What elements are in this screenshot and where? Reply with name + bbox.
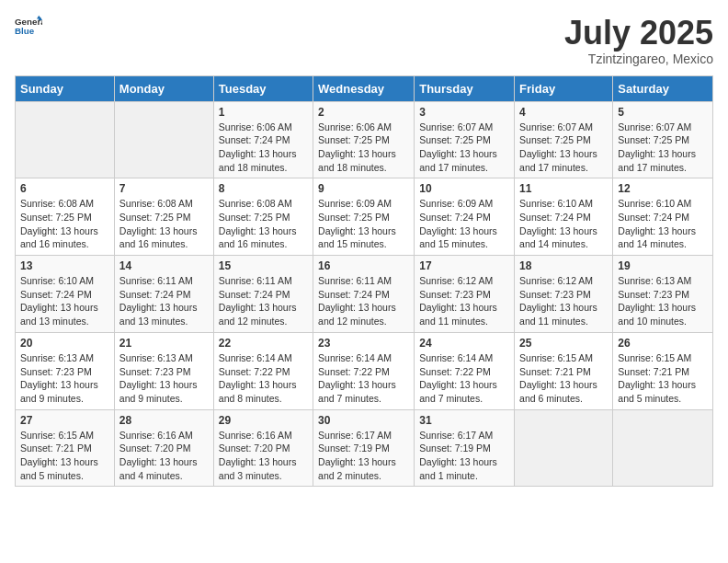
sunset-text: Sunset: 7:23 PM [119,366,191,377]
daylight-text: Daylight: 13 hours and 11 minutes. [519,302,597,327]
daylight-text: Daylight: 13 hours and 6 minutes. [519,379,597,404]
day-info: Sunrise: 6:17 AMSunset: 7:19 PMDaylight:… [318,429,409,483]
sunset-text: Sunset: 7:24 PM [419,212,491,223]
weekday-header-thursday: Thursday [415,75,515,101]
sunrise-text: Sunrise: 6:10 AM [519,198,593,209]
sunrise-text: Sunrise: 6:08 AM [219,198,292,209]
daylight-text: Daylight: 13 hours and 17 minutes. [519,148,597,173]
calendar-cell: 24Sunrise: 6:14 AMSunset: 7:22 PMDayligh… [415,332,515,409]
calendar-cell: 2Sunrise: 6:06 AMSunset: 7:25 PMDaylight… [313,101,415,178]
day-number: 30 [318,414,409,427]
calendar-cell: 29Sunrise: 6:16 AMSunset: 7:20 PMDayligh… [213,409,313,487]
day-info: Sunrise: 6:08 AMSunset: 7:25 PMDaylight:… [219,197,308,251]
calendar-cell: 17Sunrise: 6:12 AMSunset: 7:23 PMDayligh… [415,256,515,333]
sunset-text: Sunset: 7:21 PM [519,366,591,377]
sunset-text: Sunset: 7:19 PM [318,442,390,454]
sunrise-text: Sunrise: 6:16 AM [119,430,193,441]
day-info: Sunrise: 6:17 AMSunset: 7:19 PMDaylight:… [419,429,509,483]
logo-icon: General Blue [15,15,42,37]
weekday-header-tuesday: Tuesday [213,75,313,101]
weekday-header-sunday: Sunday [16,75,115,101]
day-info: Sunrise: 6:10 AMSunset: 7:24 PMDaylight:… [519,197,608,251]
sunset-text: Sunset: 7:25 PM [318,134,390,145]
sunrise-text: Sunrise: 6:09 AM [318,198,392,209]
sunrise-text: Sunrise: 6:15 AM [618,352,691,363]
day-info: Sunrise: 6:15 AMSunset: 7:21 PMDaylight:… [519,351,608,406]
daylight-text: Daylight: 13 hours and 13 minutes. [119,302,198,327]
sunrise-text: Sunrise: 6:15 AM [20,430,94,441]
sunset-text: Sunset: 7:25 PM [318,212,390,223]
day-number: 11 [519,182,608,195]
daylight-text: Daylight: 13 hours and 1 minute. [419,456,497,481]
day-number: 25 [519,337,608,350]
day-number: 31 [419,414,509,427]
sunset-text: Sunset: 7:20 PM [219,442,290,454]
day-info: Sunrise: 6:07 AMSunset: 7:25 PMDaylight:… [618,121,708,175]
daylight-text: Daylight: 13 hours and 16 minutes. [20,225,98,250]
calendar-cell: 25Sunrise: 6:15 AMSunset: 7:21 PMDayligh… [515,332,613,409]
sunset-text: Sunset: 7:22 PM [318,366,390,377]
sunset-text: Sunset: 7:25 PM [20,212,92,223]
daylight-text: Daylight: 13 hours and 12 minutes. [219,302,297,327]
daylight-text: Daylight: 13 hours and 14 minutes. [519,225,597,250]
day-number: 9 [318,182,409,195]
daylight-text: Daylight: 13 hours and 10 minutes. [618,302,696,327]
calendar-cell: 6Sunrise: 6:08 AMSunset: 7:25 PMDaylight… [16,178,115,256]
calendar-cell: 7Sunrise: 6:08 AMSunset: 7:25 PMDaylight… [114,178,213,256]
calendar-cell [114,101,213,178]
daylight-text: Daylight: 13 hours and 15 minutes. [419,225,497,250]
calendar-table: SundayMondayTuesdayWednesdayThursdayFrid… [15,75,713,488]
day-number: 17 [419,259,509,272]
day-info: Sunrise: 6:09 AMSunset: 7:24 PMDaylight:… [419,197,509,251]
day-info: Sunrise: 6:11 AMSunset: 7:24 PMDaylight:… [219,274,308,328]
calendar-cell: 16Sunrise: 6:11 AMSunset: 7:24 PMDayligh… [313,256,415,333]
day-number: 3 [419,106,509,119]
day-info: Sunrise: 6:16 AMSunset: 7:20 PMDaylight:… [119,429,209,483]
logo: General Blue [15,15,42,37]
day-number: 28 [119,414,209,427]
day-info: Sunrise: 6:15 AMSunset: 7:21 PMDaylight:… [20,429,109,483]
calendar-cell: 13Sunrise: 6:10 AMSunset: 7:24 PMDayligh… [16,256,115,333]
day-info: Sunrise: 6:07 AMSunset: 7:25 PMDaylight:… [419,121,509,175]
daylight-text: Daylight: 13 hours and 2 minutes. [318,456,396,481]
calendar-cell: 5Sunrise: 6:07 AMSunset: 7:25 PMDaylight… [613,101,713,178]
month-title: July 2025 [564,15,713,52]
daylight-text: Daylight: 13 hours and 17 minutes. [419,148,497,173]
daylight-text: Daylight: 13 hours and 18 minutes. [318,148,396,173]
day-number: 19 [618,259,708,272]
daylight-text: Daylight: 13 hours and 12 minutes. [318,302,396,327]
day-number: 12 [618,182,708,195]
daylight-text: Daylight: 13 hours and 9 minutes. [119,379,198,404]
day-number: 7 [119,182,209,195]
calendar-cell: 26Sunrise: 6:15 AMSunset: 7:21 PMDayligh… [613,332,713,409]
calendar-cell [16,101,115,178]
daylight-text: Daylight: 13 hours and 3 minutes. [219,456,297,481]
calendar-cell: 1Sunrise: 6:06 AMSunset: 7:24 PMDaylight… [213,101,313,178]
daylight-text: Daylight: 13 hours and 4 minutes. [119,456,198,481]
day-info: Sunrise: 6:15 AMSunset: 7:21 PMDaylight:… [618,351,708,406]
day-info: Sunrise: 6:13 AMSunset: 7:23 PMDaylight:… [20,351,109,406]
calendar-cell: 30Sunrise: 6:17 AMSunset: 7:19 PMDayligh… [313,409,415,487]
sunset-text: Sunset: 7:24 PM [618,212,689,223]
sunrise-text: Sunrise: 6:10 AM [20,275,94,286]
calendar-cell: 18Sunrise: 6:12 AMSunset: 7:23 PMDayligh… [515,256,613,333]
sunset-text: Sunset: 7:24 PM [318,289,390,300]
sunrise-text: Sunrise: 6:13 AM [119,352,193,363]
sunset-text: Sunset: 7:23 PM [618,289,689,300]
day-number: 29 [219,414,308,427]
sunrise-text: Sunrise: 6:11 AM [318,275,392,286]
sunset-text: Sunset: 7:22 PM [219,366,290,377]
sunrise-text: Sunrise: 6:07 AM [618,121,691,132]
day-info: Sunrise: 6:11 AMSunset: 7:24 PMDaylight:… [119,274,209,328]
sunset-text: Sunset: 7:24 PM [20,289,92,300]
sunset-text: Sunset: 7:19 PM [419,442,491,454]
day-number: 13 [20,259,109,272]
day-info: Sunrise: 6:11 AMSunset: 7:24 PMDaylight:… [318,274,409,328]
day-number: 8 [219,182,308,195]
calendar-cell: 27Sunrise: 6:15 AMSunset: 7:21 PMDayligh… [16,409,115,487]
day-info: Sunrise: 6:08 AMSunset: 7:25 PMDaylight:… [119,197,209,251]
day-info: Sunrise: 6:12 AMSunset: 7:23 PMDaylight:… [419,274,509,328]
daylight-text: Daylight: 13 hours and 9 minutes. [20,379,98,404]
page-header: General Blue July 2025 Tzintzingareo, Me… [15,15,713,66]
weekday-header-friday: Friday [515,75,613,101]
